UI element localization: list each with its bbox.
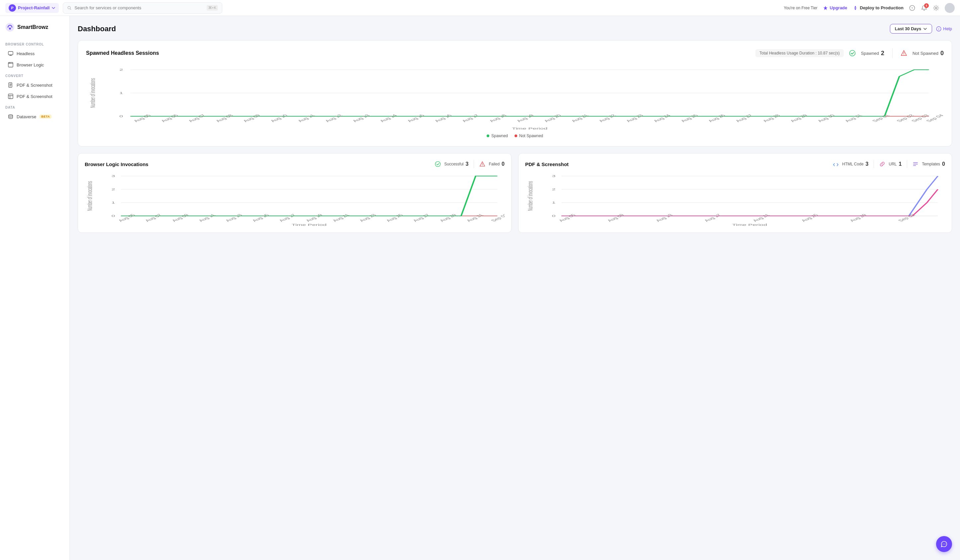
search-input[interactable] [74, 5, 204, 10]
svg-point-58 [482, 165, 483, 165]
logo-icon [5, 22, 14, 32]
sidebar-item-templates[interactable]: PDF & Screenshot [3, 91, 67, 102]
svg-text:0: 0 [119, 115, 123, 118]
svg-text:Aug 11: Aug 11 [197, 213, 217, 222]
legend-not-spawned: Not Spawned [515, 133, 543, 138]
main-content: Dashboard Last 30 Days ? Help Spawned He… [70, 16, 960, 560]
help-button[interactable]: ? Help [936, 26, 952, 32]
svg-text:Sep 02: Sep 02 [896, 213, 916, 222]
not-spawned-stat: Not Spawned 0 [912, 50, 944, 57]
headless-chart-header: Spawned Headless Sessions Total Headless… [86, 48, 944, 58]
chat-icon [941, 541, 948, 548]
svg-text:2: 2 [112, 188, 115, 191]
svg-text:Aug 15: Aug 15 [406, 114, 426, 123]
pdf-screenshot-header: PDF & Screenshot HTML Code 3 URL 1 Templ… [525, 160, 945, 168]
date-filter-button[interactable]: Last 30 Days [890, 24, 933, 34]
small-stat-divider2 [874, 160, 874, 168]
successful-stat: Successful 3 [444, 161, 468, 167]
pdf-chart-area: 3 2 1 0 Number of invocations Aug 05 Aug… [525, 173, 945, 226]
svg-text:1: 1 [119, 91, 123, 94]
svg-text:3: 3 [552, 174, 556, 178]
svg-text:Aug 19: Aug 19 [304, 213, 324, 222]
svg-point-16 [850, 51, 855, 56]
beta-badge: BETA [40, 115, 51, 118]
svg-text:Aug 25: Aug 25 [800, 213, 819, 222]
svg-point-9 [9, 63, 10, 64]
svg-text:0: 0 [112, 214, 115, 218]
check-circle-icon [435, 161, 441, 167]
svg-text:Aug 13: Aug 13 [224, 213, 243, 222]
link-icon [879, 161, 885, 167]
upgrade-button[interactable]: Upgrade [823, 5, 847, 11]
svg-text:Aug 26: Aug 26 [707, 114, 726, 123]
failed-stat: Failed 0 [489, 161, 505, 167]
project-name: Project-Rainfall [18, 5, 50, 10]
deploy-button[interactable]: Deploy to Production [853, 5, 904, 11]
user-avatar[interactable] [945, 3, 955, 13]
settings-icon[interactable] [933, 5, 939, 11]
pdf-icon [8, 82, 13, 88]
sidebar-item-pdf-screenshot[interactable]: PDF & Screenshot [3, 80, 67, 90]
svg-point-17 [904, 54, 904, 55]
svg-text:Aug 28: Aug 28 [762, 114, 781, 123]
svg-text:Aug 21: Aug 21 [331, 213, 350, 222]
notifications-button[interactable]: 5 [921, 5, 928, 11]
html-code-stat: HTML Code 3 [842, 161, 868, 167]
svg-point-10 [10, 63, 10, 64]
svg-text:Aug 18: Aug 18 [488, 114, 507, 123]
search-icon [67, 6, 72, 10]
templates-stat: Templates 0 [922, 161, 945, 167]
svg-text:Aug 20: Aug 20 [542, 114, 563, 123]
help-icon[interactable]: ? [909, 5, 915, 11]
templates-icon [8, 94, 13, 99]
svg-rect-12 [8, 94, 13, 99]
headless-sessions-card: Spawned Headless Sessions Total Headless… [78, 40, 952, 147]
help-circle-icon: ? [936, 26, 941, 32]
sidebar-item-browser-logic[interactable]: Browser Logic [3, 59, 67, 70]
svg-text:2: 2 [552, 188, 556, 191]
headless-chart-area: 2 1 0 Number of invocations Aug 05 Aug 0… [86, 63, 944, 130]
code-icon [833, 161, 839, 167]
svg-text:Aug 09: Aug 09 [606, 213, 625, 222]
svg-text:1: 1 [112, 201, 115, 204]
svg-text:Aug 08: Aug 08 [214, 114, 234, 123]
svg-text:Number of invocations: Number of invocations [86, 181, 93, 211]
project-selector[interactable]: P Project-Rainfall [5, 3, 59, 13]
svg-text:Time Period: Time Period [512, 127, 547, 130]
svg-text:Aug 14: Aug 14 [378, 114, 398, 123]
svg-text:Time Period: Time Period [732, 223, 767, 226]
svg-text:Aug 21: Aug 21 [570, 114, 590, 123]
search-bar[interactable]: ⌘+K [63, 2, 222, 14]
svg-text:Aug 19: Aug 19 [515, 114, 535, 123]
svg-text:?: ? [911, 6, 913, 10]
svg-point-104 [945, 544, 946, 544]
browser-logic-icon [8, 62, 13, 67]
svg-text:Aug 24: Aug 24 [652, 114, 672, 123]
header-actions: Last 30 Days ? Help [890, 24, 952, 34]
headless-chart-svg: 2 1 0 Number of invocations Aug 05 Aug 0… [86, 63, 944, 130]
sidebar: SmartBrowz BROWSER CONTROL Headless Brow… [0, 16, 70, 560]
sidebar-item-dataverse[interactable]: Dataverse BETA [3, 111, 67, 122]
templates-list-icon [912, 161, 918, 167]
browser-logic-chart-area: 3 2 1 0 Number of invocations Aug 05 Aug… [85, 173, 505, 226]
headless-chart-legend: Spawned Not Spawned [86, 133, 944, 138]
legend-dot-spawned [486, 134, 489, 137]
sidebar-item-headless[interactable]: Headless [3, 48, 67, 59]
svg-point-5 [6, 23, 14, 32]
fab-button[interactable] [936, 536, 952, 552]
svg-text:Aug 10: Aug 10 [269, 114, 289, 123]
svg-text:Aug 13: Aug 13 [654, 213, 674, 222]
svg-text:Aug 17: Aug 17 [461, 114, 480, 123]
logo-text: SmartBrowz [17, 24, 48, 30]
svg-text:Aug 31: Aug 31 [843, 114, 863, 123]
headless-chart-title: Spawned Headless Sessions [86, 50, 159, 56]
sidebar-section-label-browser-control: BROWSER CONTROL [0, 43, 69, 46]
sidebar-section-label-data: DATA [0, 106, 69, 109]
svg-text:Aug 07: Aug 07 [144, 213, 163, 222]
search-shortcut: ⌘+K [206, 5, 218, 11]
dataverse-icon [8, 114, 13, 119]
chevron-down-icon [51, 6, 56, 10]
url-stat: URL 1 [889, 161, 902, 167]
svg-text:Number of invocations: Number of invocations [526, 181, 534, 211]
sidebar-section-convert: CONVERT PDF & Screenshot PDF & Screensho… [0, 74, 69, 102]
